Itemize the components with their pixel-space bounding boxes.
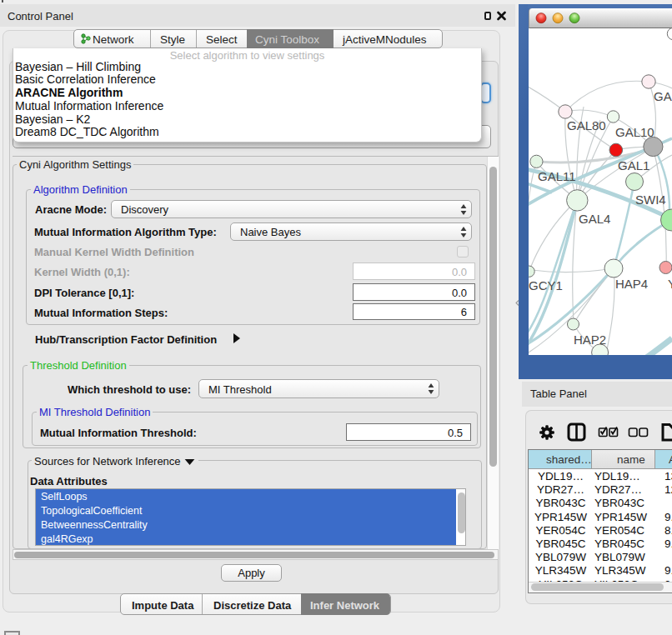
svg-text:SWI4: SWI4 — [635, 192, 666, 207]
svg-text:GAL10: GAL10 — [615, 125, 654, 139]
svg-text:HAP2: HAP2 — [574, 332, 606, 347]
svg-text:GAL11: GAL11 — [538, 169, 576, 183]
svg-text:GAL4: GAL4 — [579, 212, 610, 226]
svg-text:HAP4: HAP4 — [615, 277, 648, 291]
svg-text:GAL80: GAL80 — [567, 118, 606, 132]
svg-text:GAL7: GAL7 — [654, 89, 672, 103]
svg-text:GAL1: GAL1 — [618, 158, 649, 172]
svg-text:YJ: YJ — [668, 277, 672, 291]
svg-text:GCY1: GCY1 — [529, 278, 563, 292]
